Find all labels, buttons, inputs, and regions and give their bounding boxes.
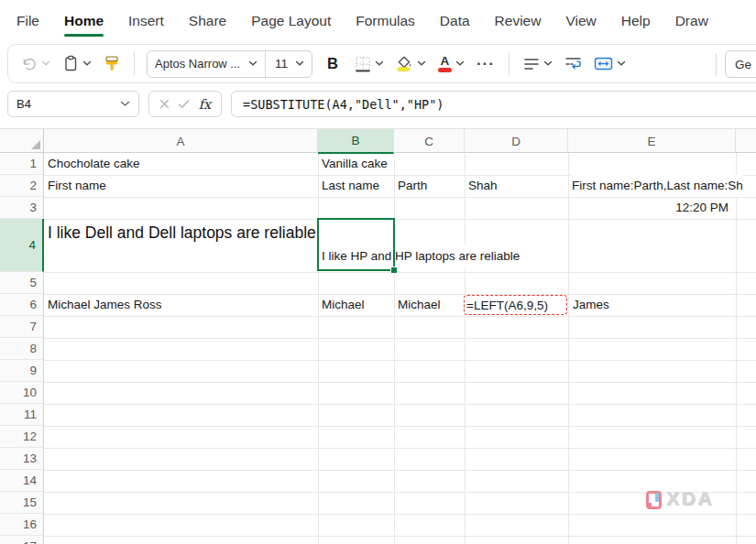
paste-button[interactable] [60,52,93,75]
tab-home[interactable]: Home [64,13,104,29]
grid-vertical-lines [318,153,319,544]
row-header-6[interactable]: 6 [0,294,44,316]
cell-A6[interactable]: Michael James Ross [48,294,162,316]
row-header-8[interactable]: 8 [0,338,44,360]
chevron-down-icon [120,101,130,107]
row-header-3[interactable]: 3 [0,197,44,219]
formula-bar[interactable]: =SUBSTITUTE(A4,"Dell","HP") [231,91,756,117]
cell-B1[interactable]: Vanilla cake [322,153,388,175]
row-header-4[interactable]: 4 [0,219,44,272]
cell-B6[interactable]: Michael [322,294,365,316]
font-color-icon: A [438,55,452,73]
column-headers: A B C D E [0,128,756,153]
align-left-icon [523,57,540,71]
number-format-value: Ge [735,58,751,71]
name-box-value: B4 [16,97,120,111]
tab-page-layout[interactable]: Page Layout [251,13,331,29]
row-header-7[interactable]: 7 [0,316,44,338]
row-header-14[interactable]: 14 [0,470,44,492]
column-header-B[interactable]: B [318,129,394,154]
column-header-E[interactable]: E [568,129,736,153]
column-header-F-partial[interactable] [736,129,756,153]
chevron-down-icon [375,60,384,67]
chevron-down-icon [248,60,257,67]
alignment-button[interactable] [521,54,554,74]
tab-formulas[interactable]: Formulas [356,13,415,29]
cell-C6[interactable]: Michael [398,294,441,316]
toolbar-divider [134,52,135,75]
fill-color-button[interactable] [394,52,428,75]
cell-D2[interactable]: Shah [468,175,498,197]
row-header-15[interactable]: 15 [0,492,44,514]
row-header-12[interactable]: 12 [0,426,44,448]
font-name-value: Aptos Narrow ... [155,57,243,71]
tab-help[interactable]: Help [621,13,651,29]
watermark-text: XDA [666,487,714,509]
cell-E6[interactable]: James [573,294,609,316]
row-header-13[interactable]: 13 [0,448,44,470]
cell-B2[interactable]: Last name [322,175,379,197]
tab-data[interactable]: Data [440,13,470,29]
column-header-A[interactable]: A [44,129,318,153]
column-header-C[interactable]: C [394,129,465,153]
chevron-down-icon [295,60,304,67]
insert-function-button[interactable]: fx [199,97,212,112]
name-box[interactable]: B4 [7,91,139,117]
select-all-button[interactable] [0,128,44,153]
row-header-10[interactable]: 10 [0,382,44,404]
cell-D6-flash-fill-suggestion[interactable]: =LEFT(A6,9,5) [464,295,567,315]
formula-text: =SUBSTITUTE(A4,"Dell","HP") [243,97,444,112]
row-header-5[interactable]: 5 [0,272,44,294]
cell-E3[interactable]: 12:20 PM [568,197,732,219]
font-controls: Aptos Narrow ... 11 [147,50,312,78]
font-name-dropdown[interactable]: Aptos Narrow ... [148,51,265,77]
tab-draw[interactable]: Draw [675,13,708,29]
cell-A1[interactable]: Chocholate cake [48,153,140,175]
row-header-9[interactable]: 9 [0,360,44,382]
row-header-1[interactable]: 1 [0,153,44,175]
tab-insert[interactable]: Insert [128,13,164,29]
number-format-dropdown[interactable]: Ge [725,50,756,78]
row-header-11[interactable]: 11 [0,404,44,426]
cell-A2[interactable]: First name [48,175,106,197]
wrap-text-button[interactable] [563,53,584,74]
cell-E2[interactable]: First name:Parth,Last name:Sh [572,175,743,197]
borders-icon [355,56,371,72]
merge-cells-icon [594,56,613,71]
tab-view[interactable]: View [565,13,596,29]
fill-handle[interactable] [390,267,398,274]
chevron-down-icon [543,60,553,67]
font-size-value: 11 [273,57,290,71]
undo-button[interactable] [19,54,52,74]
ribbon-toolbar: Aptos Narrow ... 11 B A ··· [7,44,756,83]
chevron-down-icon [41,60,50,67]
ribbon-tab-bar: File Home Insert Share Page Layout Formu… [0,0,756,42]
font-size-dropdown[interactable]: 11 [265,51,312,77]
xda-logo-icon [646,490,662,507]
row-header-17[interactable]: 17 [0,536,44,544]
chevron-down-icon [617,60,626,67]
row-headers: 1 2 3 4 5 6 7 8 9 10 11 12 13 14 15 16 1… [0,153,44,544]
selection-box-B4 [317,218,395,271]
confirm-icon[interactable] [178,99,190,109]
borders-button[interactable] [353,53,386,75]
font-color-button[interactable]: A [436,52,466,76]
format-painter-button[interactable] [102,52,122,75]
column-header-D[interactable]: D [465,129,568,153]
cell-A4[interactable]: I like Dell and Dell laptops are reliabl… [48,220,321,245]
toolbar-divider [509,52,509,75]
merge-cells-button[interactable] [592,53,628,74]
more-options-button[interactable]: ··· [475,55,497,73]
cell-C2[interactable]: Parth [398,175,427,197]
bold-button[interactable]: B [321,53,345,74]
wrap-text-icon [564,56,582,71]
clipboard-icon [62,55,79,72]
row-header-2[interactable]: 2 [0,175,44,197]
cancel-icon[interactable] [159,99,170,109]
tab-share[interactable]: Share [189,13,226,29]
chevron-down-icon [455,60,465,67]
tab-file[interactable]: File [16,13,39,29]
row-header-16[interactable]: 16 [0,514,44,536]
formula-buttons: fx [148,91,222,117]
tab-review[interactable]: Review [495,13,542,29]
